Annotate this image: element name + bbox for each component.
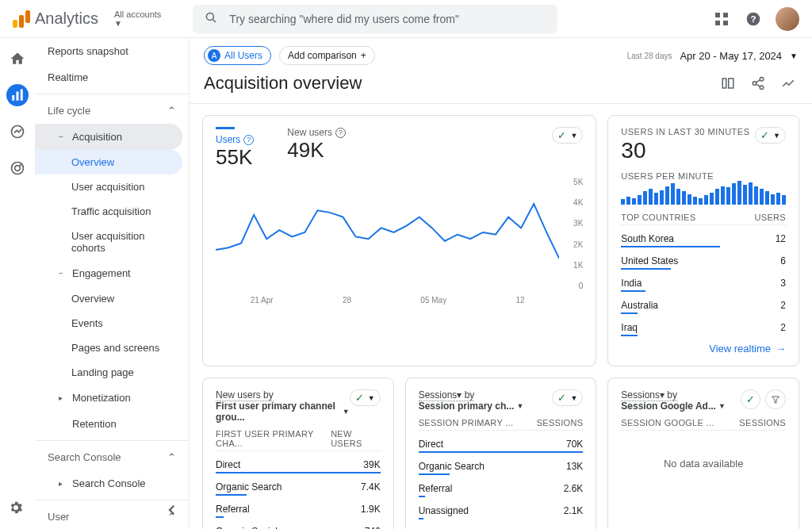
card-menu[interactable]: ✓▼ <box>755 127 786 144</box>
table-row: Direct39K <box>216 454 381 472</box>
dimension-dropdown[interactable]: Session primary ch...▼ <box>419 401 553 412</box>
metric-underline <box>216 127 235 129</box>
search-input[interactable]: Try searching "where did my users come f… <box>193 5 557 33</box>
nav-acquisition[interactable]: −Acquisition <box>35 124 182 150</box>
table-row: South Korea12 <box>621 228 786 246</box>
date-range-picker[interactable]: Last 28 days Apr 20 - May 17, 2024 ▼ <box>627 50 798 62</box>
nav-section-search-console[interactable]: Search Console⌃ <box>35 444 189 470</box>
svg-rect-10 <box>21 90 23 101</box>
nav-reports-snapshot[interactable]: Reports snapshot <box>35 38 189 64</box>
svg-point-0 <box>207 13 214 20</box>
info-icon: ? <box>243 135 254 145</box>
new-users-label[interactable]: New users? <box>287 127 346 138</box>
check-icon: ✓ <box>746 393 755 405</box>
page-title: Acquisition overview <box>204 73 362 94</box>
col-val: SESSIONS <box>537 418 584 427</box>
nav-search-console[interactable]: ▸Search Console <box>35 470 189 496</box>
card-sessions-by-channel: Sessions▾ by Session primary ch...▼ ✓▼ S… <box>405 378 597 529</box>
nav-acq-overview[interactable]: Overview <box>35 150 182 174</box>
card-realtime: USERS IN LAST 30 MINUTES 30 ✓▼ USERS PER… <box>607 115 799 366</box>
chevron-up-icon: ⌃ <box>167 451 176 463</box>
svg-line-20 <box>756 80 760 82</box>
card-menu[interactable]: ✓▼ <box>350 389 381 406</box>
rt-value: 30 <box>621 138 755 163</box>
settings-icon[interactable] <box>8 500 24 518</box>
chevron-down-icon: ▼ <box>718 402 726 410</box>
plus-icon: + <box>361 50 366 61</box>
nav-retention[interactable]: Retention <box>35 411 189 437</box>
card-menu[interactable]: ✓ <box>741 389 760 409</box>
rt-header: USERS IN LAST 30 MINUTES <box>621 127 755 136</box>
chevron-down-icon: ▼ <box>570 132 577 140</box>
nav-user-acquisition[interactable]: User acquisition <box>35 174 189 199</box>
advertising-icon[interactable] <box>6 157 29 179</box>
add-comparison-button[interactable]: Add comparison+ <box>279 46 375 65</box>
svg-point-19 <box>760 86 764 90</box>
card-users-trend: Users? 55K New users? 49K ✓▼ 5K4K3K2K1K0… <box>202 115 596 366</box>
svg-rect-8 <box>12 95 14 101</box>
apps-icon[interactable] <box>712 10 731 29</box>
account-selector[interactable]: All accounts ▼ <box>114 10 161 28</box>
chip-all-users[interactable]: AAll Users <box>204 46 271 65</box>
chevron-down-icon: ▼ <box>790 52 798 60</box>
reports-icon[interactable] <box>6 84 29 106</box>
nav-pages-screens[interactable]: Pages and screens <box>35 335 189 360</box>
brand-text: Analytics <box>35 10 98 28</box>
chevron-up-icon: ⌃ <box>167 105 176 117</box>
users-label[interactable]: Users? <box>216 134 254 145</box>
nav-user-acq-cohorts[interactable]: User acquisition cohorts <box>35 224 189 260</box>
table-row: India3 <box>621 273 786 290</box>
line-chart: 5K4K3K2K1K0 21 Apr2805 May12 <box>216 178 583 305</box>
left-rail <box>0 38 35 529</box>
table-row: Organic Social746 <box>216 521 381 529</box>
logo[interactable]: Analytics <box>13 10 98 28</box>
table-row: Referral1.9K <box>216 499 381 516</box>
help-icon[interactable]: ? <box>744 10 763 29</box>
card-new-users-by-channel: New users by First user primary channel … <box>202 378 394 529</box>
nav-monetization[interactable]: ▸Monetization <box>35 385 189 411</box>
arrow-right-icon: → <box>776 343 786 355</box>
home-icon[interactable] <box>6 48 29 70</box>
table-row: Unassigned2.1K <box>419 500 584 518</box>
nav-realtime[interactable]: Realtime <box>35 64 189 90</box>
filter-icon[interactable] <box>765 389 786 409</box>
svg-line-14 <box>20 163 22 166</box>
check-icon: ✓ <box>760 129 769 141</box>
card-by-label: Sessions▾ by <box>419 389 475 401</box>
share-icon[interactable] <box>749 74 768 93</box>
svg-rect-9 <box>17 92 19 101</box>
nav-engagement[interactable]: −Engagement <box>35 260 189 286</box>
svg-marker-22 <box>772 397 779 403</box>
customize-icon[interactable] <box>718 74 737 93</box>
avatar[interactable] <box>776 7 799 31</box>
card-menu[interactable]: ✓▼ <box>552 127 583 144</box>
explore-icon[interactable] <box>6 121 29 143</box>
nav-events[interactable]: Events <box>35 311 189 335</box>
card-menu[interactable]: ✓▼ <box>552 389 583 406</box>
col-dim: SESSION GOOGLE ... <box>621 418 714 427</box>
svg-rect-4 <box>715 21 720 25</box>
svg-rect-3 <box>723 13 728 17</box>
chevron-down-icon: ▼ <box>570 394 577 402</box>
nav-eng-overview[interactable]: Overview <box>35 286 189 311</box>
dimension-dropdown[interactable]: First user primary channel grou...▼ <box>216 401 350 423</box>
nav-traffic-acquisition[interactable]: Traffic acquisition <box>35 199 189 224</box>
dimension-dropdown[interactable]: Session Google Ad...▼ <box>621 401 741 412</box>
nav-section-lifecycle[interactable]: Life cycle⌃ <box>35 98 189 124</box>
view-realtime-link[interactable]: View realtime→ <box>621 343 786 355</box>
table-row: Organic Search7.4K <box>216 477 381 494</box>
collapse-icon: − <box>59 269 66 278</box>
nav-landing-page[interactable]: Landing page <box>35 360 189 385</box>
svg-text:?: ? <box>750 13 756 24</box>
collapse-icon: − <box>59 132 66 141</box>
chevron-down-icon: ▼ <box>114 19 161 28</box>
table-row: Organic Social923 <box>419 523 584 529</box>
date-range-text: Apr 20 - May 17, 2024 <box>680 50 782 62</box>
col-val: NEW USERS <box>331 429 381 448</box>
collapse-nav-icon[interactable] <box>165 503 179 519</box>
insights-icon[interactable] <box>779 74 798 93</box>
svg-line-1 <box>213 19 216 22</box>
expand-icon: ▸ <box>59 393 66 402</box>
chevron-down-icon: ▼ <box>773 132 780 140</box>
check-icon: ✓ <box>557 129 566 141</box>
